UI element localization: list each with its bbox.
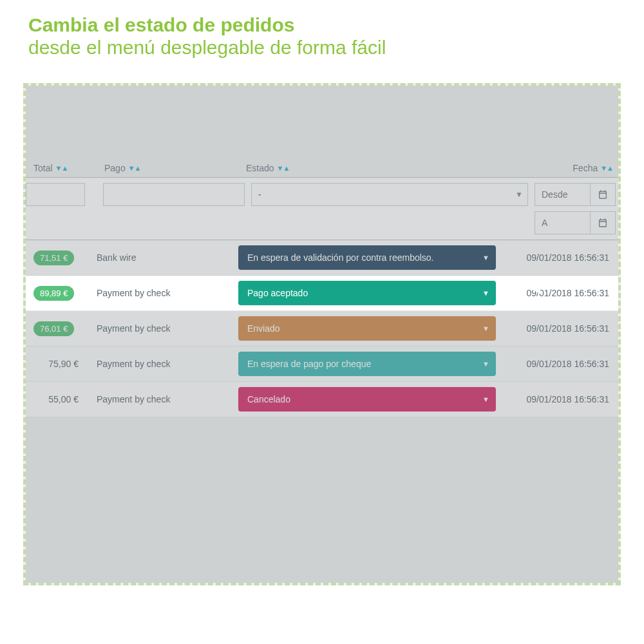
- payment-method: Payment by check: [97, 359, 238, 369]
- status-label: Pago aceptado: [247, 288, 308, 298]
- status-dropdown[interactable]: Pago aceptado▼: [238, 281, 496, 305]
- hero: Cambia el estado de pedidos desde el men…: [0, 0, 644, 68]
- sort-icon[interactable]: ▼▲: [277, 164, 290, 172]
- callout-arrow-icon: [513, 283, 541, 303]
- hero-subtitle: desde el menú desplegable de forma fácil: [28, 37, 616, 59]
- price-badge: 76,01 €: [33, 321, 74, 336]
- sort-icon[interactable]: ▼▲: [128, 164, 141, 172]
- status-dropdown[interactable]: Enviado▼: [238, 316, 496, 341]
- status-dropdown[interactable]: En espera de validación por contra reemb…: [238, 245, 496, 270]
- order-date: 09/01/2018 16:56:31: [515, 252, 613, 263]
- order-date: 09/01/2018 16:56:31: [515, 394, 613, 404]
- price-text: 75,90 €: [33, 356, 85, 372]
- header-total[interactable]: Total ▼▲: [33, 163, 104, 173]
- filter-estado-display[interactable]: [251, 183, 528, 206]
- order-rows: 71,51 €Bank wireEn espera de validación …: [26, 240, 618, 417]
- chevron-down-icon: ▼: [482, 360, 489, 368]
- sort-icon[interactable]: ▼▲: [600, 164, 613, 172]
- price-badge: 89,89 €: [33, 286, 74, 301]
- table-row[interactable]: 89,89 €Payment by checkPago aceptado▼09/…: [26, 276, 618, 311]
- status-dropdown[interactable]: En espera de pago por cheque▼: [238, 352, 496, 376]
- table-row[interactable]: 55,00 €Payment by checkCancelado▼09/01/2…: [26, 382, 618, 417]
- header-estado-label: Estado: [246, 163, 274, 173]
- column-headers: Total ▼▲ Pago ▼▲ Estado ▼▲ Fecha ▼▲: [26, 163, 618, 177]
- chevron-down-icon: ▼: [482, 254, 489, 261]
- header-pago[interactable]: Pago ▼▲: [104, 163, 246, 173]
- payment-method: Payment by check: [97, 288, 238, 298]
- chevron-down-icon: ▼: [515, 190, 523, 199]
- order-date: 09/01/2018 16:56:31: [515, 359, 613, 369]
- header-fecha[interactable]: Fecha ▼▲: [523, 163, 613, 173]
- chevron-down-icon: ▼: [482, 395, 489, 403]
- table-row[interactable]: 71,51 €Bank wireEn espera de validación …: [26, 240, 618, 276]
- screenshot-panel: Total ▼▲ Pago ▼▲ Estado ▼▲ Fecha ▼▲ ▼: [23, 83, 621, 585]
- status-label: En espera de pago por cheque: [247, 359, 371, 369]
- header-total-label: Total: [33, 163, 53, 173]
- filter-row: ▼: [26, 177, 618, 240]
- table-row[interactable]: 75,90 €Payment by checkEn espera de pago…: [26, 346, 618, 382]
- payment-method: Payment by check: [97, 323, 238, 334]
- filter-total-input[interactable]: [26, 183, 85, 206]
- filter-date-from-input[interactable]: [535, 183, 590, 206]
- filter-estado-select[interactable]: ▼: [251, 183, 528, 206]
- filter-pago-input[interactable]: [103, 183, 245, 206]
- chevron-down-icon: ▼: [482, 325, 489, 332]
- filter-date-to-input[interactable]: [535, 211, 590, 234]
- price-badge: 71,51 €: [33, 251, 74, 265]
- status-label: Enviado: [247, 323, 280, 334]
- payment-method: Payment by check: [97, 394, 238, 404]
- status-dropdown[interactable]: Cancelado▼: [238, 387, 496, 412]
- status-label: En espera de validación por contra reemb…: [247, 252, 434, 263]
- chevron-down-icon: ▼: [482, 289, 489, 297]
- hero-title: Cambia el estado de pedidos: [28, 14, 616, 37]
- table-row[interactable]: 76,01 €Payment by checkEnviado▼09/01/201…: [26, 311, 618, 346]
- calendar-to-button[interactable]: [590, 211, 616, 234]
- header-estado[interactable]: Estado ▼▲: [246, 163, 523, 173]
- header-fecha-label: Fecha: [573, 163, 598, 173]
- order-date: 09/01/2018 16:56:31: [515, 323, 613, 334]
- status-label: Cancelado: [247, 394, 290, 404]
- header-pago-label: Pago: [104, 163, 126, 173]
- price-text: 55,00 €: [33, 392, 85, 407]
- sort-icon[interactable]: ▼▲: [55, 164, 68, 172]
- payment-method: Bank wire: [97, 252, 238, 263]
- calendar-from-button[interactable]: [590, 183, 616, 206]
